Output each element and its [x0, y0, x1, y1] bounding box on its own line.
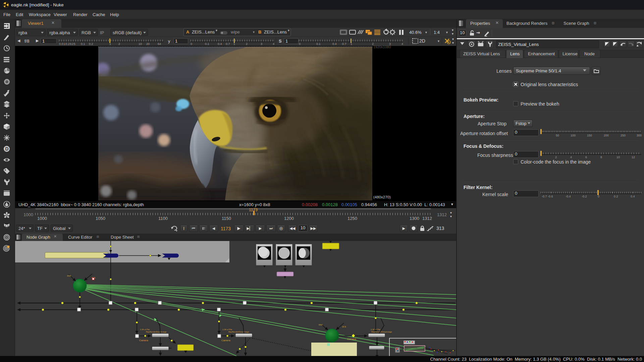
- svg-text:Camera: Camera: [139, 339, 149, 342]
- svg-text:RayRenderDeepImage: RayRenderDeepImage: [146, 331, 167, 333]
- svg-text:1:34 of Pat: 1:34 of Pat: [140, 328, 150, 330]
- svg-text:D: D: [5, 146, 9, 152]
- svg-text:1:34 of Pat: 1:34 of Pat: [371, 328, 380, 330]
- svg-text:st b: st b: [342, 325, 346, 328]
- svg-text:eee: eee: [67, 275, 71, 277]
- svg-text:Camera: Camera: [221, 339, 231, 342]
- svg-text:eee: eee: [319, 323, 323, 326]
- svg-text:RayRenderDeepImage: RayRenderDeepImage: [228, 331, 249, 333]
- svg-text:1:34 of Pat: 1:34 of Pat: [222, 328, 232, 330]
- svg-text:Camera: Camera: [347, 338, 357, 341]
- svg-text:RayRenderDeepImage: RayRenderDeepImage: [371, 331, 392, 333]
